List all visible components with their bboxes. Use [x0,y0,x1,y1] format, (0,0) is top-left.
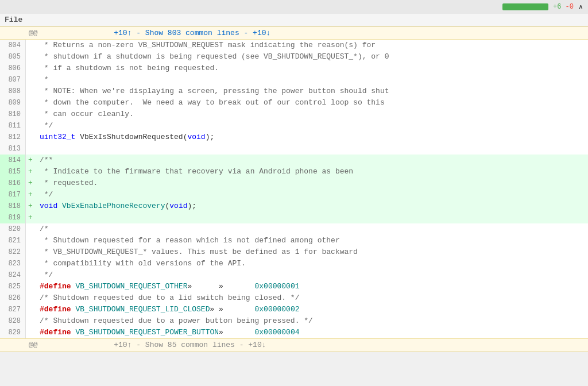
line-content: * VB_SHUTDOWN_REQUEST_* values. This mus… [35,246,588,258]
line-number: 822 [0,246,26,258]
table-row: 821 * Shutdown requested for a reason wh… [0,235,588,246]
line-number: 827 [0,304,26,315]
table-row: 822 * VB_SHUTDOWN_REQUEST_* values. This… [0,246,588,258]
table-row: 804 * Returns a non-zero VB_SHUTDOWN_REQ… [0,40,588,51]
line-content: * Returns a non-zero VB_SHUTDOWN_REQUEST… [35,40,588,51]
table-row: 823 * compatibility with old versions of… [0,258,588,269]
line-number: 821 [0,235,26,246]
hunk-header-top[interactable]: @@ +10↑ - Show 803 common lines - +10↓ [0,26,588,40]
line-content: * requested. [35,177,588,189]
line-prefix [26,327,35,338]
line-number: 805 [0,51,26,63]
line-number: 825 [0,281,26,292]
line-number: 807 [0,74,26,86]
line-number: 813 [0,143,26,155]
top-bar: +6 -0 ∧ [0,0,588,14]
line-number: 812 [0,132,26,143]
line-prefix: + [26,155,35,166]
added-count: +6 [553,3,561,11]
line-number: 806 [0,63,26,74]
line-prefix: + [26,177,35,189]
line-prefix [26,269,35,281]
line-number: 808 [0,86,26,97]
line-prefix [26,51,35,63]
line-content: /* Shutdown requested due to a lid switc… [35,292,588,304]
line-number: 824 [0,269,26,281]
line-number: 815 [0,166,26,177]
line-number: 810 [0,109,26,120]
line-content: uint32_t VbExIsShutdownRequested(void); [35,132,588,143]
line-content: */ [35,189,588,200]
line-prefix [26,258,35,269]
table-row: 827 #define VB_SHUTDOWN_REQUEST_LID_CLOS… [0,304,588,315]
table-row: 828 /* Shutdown requested due to a power… [0,315,588,327]
line-content: /** [35,155,588,166]
hunk-header-bottom[interactable]: @@ +10↑ - Show 85 common lines - +10↓ [0,338,588,352]
line-content: * if a shutdown is not being requested. [35,63,588,74]
table-row: 809 * down the computer. We need a way t… [0,97,588,109]
line-prefix: + [26,189,35,200]
table-row: 826 /* Shutdown requested due to a lid s… [0,292,588,304]
table-row: 818 + void VbExEnablePhoneRecovery(void)… [0,200,588,212]
progress-bar [502,3,548,10]
line-content: #define VB_SHUTDOWN_REQUEST_OTHER» » 0x0… [35,281,588,292]
table-row: 815 + * Indicate to the firmware that re… [0,166,588,177]
line-number: 826 [0,292,26,304]
table-row: 825 #define VB_SHUTDOWN_REQUEST_OTHER» »… [0,281,588,292]
line-prefix [26,304,35,315]
line-prefix [26,40,35,51]
hunk-text-bottom: +10↑ - Show 85 common lines - +10↓ [114,341,266,349]
table-row: 813 [0,143,588,155]
expand-button[interactable]: ∧ [578,3,583,11]
line-prefix: + [26,166,35,177]
line-prefix [26,223,35,235]
line-content: /* Shutdown requested due to a power but… [35,315,588,327]
line-number: 816 [0,177,26,189]
line-prefix [26,109,35,120]
diff-container: @@ +10↑ - Show 803 common lines - +10↓ 8… [0,26,588,352]
table-row: 817 + */ [0,189,588,200]
line-prefix [26,132,35,143]
line-prefix: + [26,200,35,212]
removed-count: -0 [566,3,574,11]
line-number: 809 [0,97,26,109]
table-row: 820 /* [0,223,588,235]
line-number: 819 [0,212,26,223]
line-prefix: + [26,212,35,223]
line-prefix [26,120,35,132]
line-prefix [26,235,35,246]
line-content: */ [35,120,588,132]
table-row: 811 */ [0,120,588,132]
line-content [35,143,588,155]
table-row: 812 uint32_t VbExIsShutdownRequested(voi… [0,132,588,143]
line-number: 814 [0,155,26,166]
line-content: * shutdown if a shutdown is being reques… [35,51,588,63]
line-prefix [26,86,35,97]
line-content: * Shutdown requested for a reason which … [35,235,588,246]
line-number: 820 [0,223,26,235]
line-number: 829 [0,327,26,338]
line-content: * can occur cleanly. [35,109,588,120]
line-content: #define VB_SHUTDOWN_REQUEST_LID_CLOSED» … [35,304,588,315]
line-prefix [26,246,35,258]
line-prefix [26,315,35,327]
table-row: 805 * shutdown if a shutdown is being re… [0,51,588,63]
file-header: File [0,14,588,26]
table-row: 814 + /** [0,155,588,166]
table-row: 829 #define VB_SHUTDOWN_REQUEST_POWER_BU… [0,327,588,338]
line-number: 804 [0,40,26,51]
table-row: 808 * NOTE: When we're displaying a scre… [0,86,588,97]
line-content: #define VB_SHUTDOWN_REQUEST_POWER_BUTTON… [35,327,588,338]
line-content: * NOTE: When we're displaying a screen, … [35,86,588,97]
line-prefix [26,74,35,86]
line-number: 823 [0,258,26,269]
line-content: * Indicate to the firmware that recovery… [35,166,588,177]
line-content: /* [35,223,588,235]
line-number: 811 [0,120,26,132]
line-number: 817 [0,189,26,200]
line-number: 818 [0,200,26,212]
hunk-at-bottom: @@ [29,341,109,349]
line-content: * down the computer. We need a way to br… [35,97,588,109]
line-content: * [35,74,588,86]
table-row: 807 * [0,74,588,86]
